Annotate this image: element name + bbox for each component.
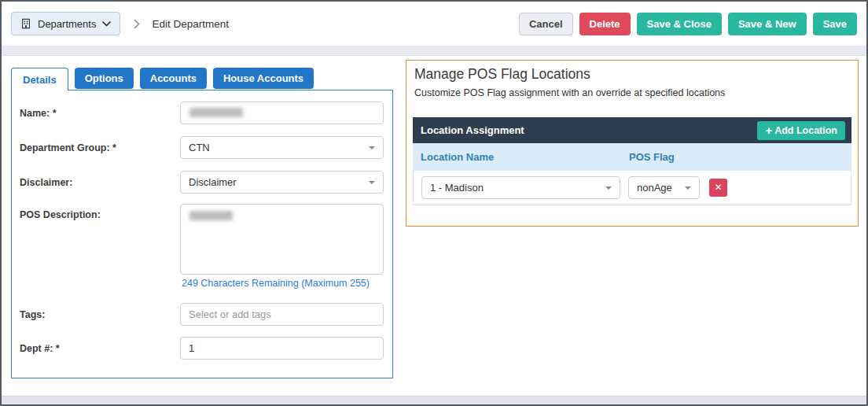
add-location-button[interactable]: + Add Location — [757, 121, 845, 140]
save-and-new-button[interactable]: Save & New — [728, 13, 807, 35]
top-toolbar: Departments Edit Department Cancel Delet… — [2, 2, 866, 46]
disclaimer-field-row: Disclaimer: Disclaimer — [20, 171, 384, 194]
location-name-value: 1 - Madison — [430, 182, 484, 194]
dept-number-input[interactable] — [180, 337, 384, 360]
name-field-row: Name: * — [20, 102, 384, 124]
delete-x-icon: ✕ — [714, 182, 722, 193]
tags-field-row: Tags: — [20, 303, 384, 326]
select-caret-icon — [369, 181, 375, 184]
delete-button[interactable]: Delete — [579, 13, 631, 35]
select-caret-icon — [369, 146, 375, 149]
location-assignment-row: 1 - Madison nonAge ✕ — [413, 171, 851, 205]
pos-panel-title: Manage POS Flag Locations — [414, 66, 590, 83]
tab-house-accounts[interactable]: House Accounts — [213, 68, 314, 89]
manage-pos-flag-panel: Manage POS Flag Locations Customize POS … — [406, 60, 859, 227]
cancel-button[interactable]: Cancel — [519, 13, 573, 35]
characters-remaining-text: 249 Characters Remaining (Maximum 255) — [182, 278, 370, 289]
column-header-pos-flag: POS Flag — [620, 151, 675, 163]
disclaimer-label: Disclaimer: — [20, 177, 180, 188]
pos-panel-subtitle: Customize POS Flag assignment with an ov… — [414, 87, 725, 98]
save-button[interactable]: Save — [813, 13, 857, 35]
pos-flag-select[interactable]: nonAge — [628, 176, 700, 199]
tab-bar: Details Options Accounts House Accounts — [11, 68, 314, 91]
department-group-select[interactable]: CTN — [180, 136, 384, 159]
tab-accounts[interactable]: Accounts — [140, 68, 207, 89]
bottom-strip — [2, 396, 866, 404]
location-name-select[interactable]: 1 - Madison — [421, 176, 620, 199]
grid-header-bar: Location Assignment + Add Location — [413, 117, 851, 143]
save-and-close-button[interactable]: Save & Close — [637, 13, 722, 35]
add-location-label: Add Location — [774, 125, 837, 136]
pos-description-textarea[interactable] — [180, 204, 384, 275]
grid-column-headers: Location Name POS Flag — [413, 143, 851, 171]
name-label: Name: * — [20, 108, 180, 119]
select-caret-icon — [685, 186, 691, 190]
column-header-location-name: Location Name — [413, 151, 620, 163]
pos-flag-value: nonAge — [637, 182, 672, 194]
select-caret-icon — [605, 186, 612, 190]
delete-row-button[interactable]: ✕ — [709, 179, 727, 197]
chevron-down-icon — [102, 21, 111, 27]
details-panel: Name: * Department Group: * CTN Disclaim… — [11, 90, 393, 378]
pos-description-label: POS Description: — [20, 204, 180, 220]
disclaimer-value: Disclaimer — [189, 176, 237, 188]
pos-description-field-row: POS Description: — [20, 204, 384, 275]
department-group-field-row: Department Group: * CTN — [20, 136, 384, 159]
building-icon — [20, 18, 31, 29]
tags-input[interactable] — [180, 303, 384, 326]
grid-header-title: Location Assignment — [421, 124, 757, 136]
department-group-value: CTN — [189, 142, 210, 153]
tab-options[interactable]: Options — [75, 68, 134, 89]
tags-label: Tags: — [20, 309, 180, 320]
departments-menu-button[interactable]: Departments — [11, 12, 120, 35]
disclaimer-select[interactable]: Disclaimer — [180, 171, 384, 194]
name-input[interactable] — [180, 102, 384, 124]
breadcrumb-chevron-icon — [134, 19, 140, 29]
department-group-label: Department Group: * — [20, 142, 180, 153]
plus-icon: + — [765, 124, 772, 136]
dept-number-field-row: Dept #: * — [20, 337, 384, 360]
app-window: Departments Edit Department Cancel Delet… — [0, 0, 868, 406]
tab-details[interactable]: Details — [11, 68, 68, 90]
departments-menu-label: Departments — [38, 18, 96, 30]
location-assignment-grid: Location Assignment + Add Location Locat… — [413, 117, 851, 205]
page-title: Edit Department — [152, 18, 229, 30]
dept-number-label: Dept #: * — [20, 343, 180, 354]
header-divider — [2, 46, 866, 56]
